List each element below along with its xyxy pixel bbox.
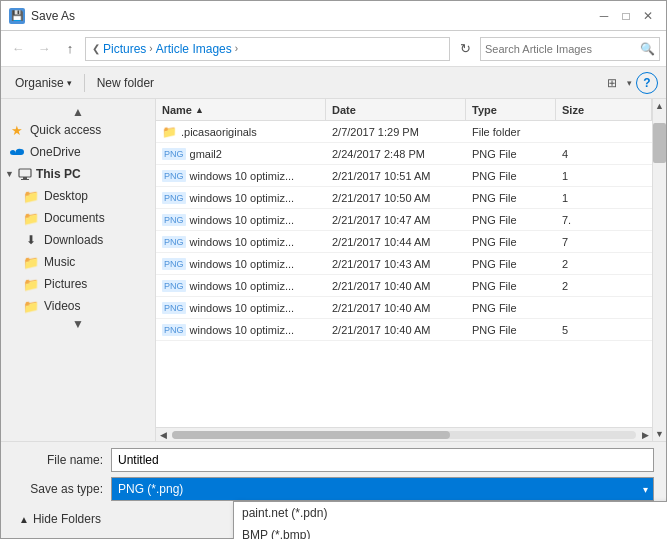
file-size-cell: 2 xyxy=(556,253,652,274)
file-type-cell: PNG File xyxy=(466,165,556,186)
filename-input[interactable] xyxy=(111,448,654,472)
organise-button[interactable]: Organise ▾ xyxy=(9,73,78,93)
search-icon[interactable]: 🔍 xyxy=(640,42,655,56)
forward-button[interactable]: → xyxy=(33,38,55,60)
png-icon: PNG xyxy=(162,192,186,204)
breadcrumb: ❮ Pictures › Article Images › xyxy=(85,37,450,61)
table-row[interactable]: PNG gmail2 2/24/2017 2:48 PM PNG File 4 xyxy=(156,143,652,165)
filetype-value: PNG (*.png) xyxy=(118,482,183,496)
sidebar-item-downloads[interactable]: ⬇ Downloads xyxy=(1,229,155,251)
file-name-cell: PNG windows 10 optimiz... xyxy=(156,253,326,274)
dropdown-item[interactable]: BMP (*.bmp) xyxy=(234,524,667,539)
sidebar-scroll-down[interactable]: ▼ xyxy=(1,317,155,331)
main-content: ▲ ★ Quick access OneDrive ▼ xyxy=(1,99,666,441)
file-name-cell: PNG windows 10 optimiz... xyxy=(156,165,326,186)
vscroll-down[interactable]: ▼ xyxy=(653,427,666,441)
sidebar-scroll-up[interactable]: ▲ xyxy=(1,105,155,119)
quick-access-label: Quick access xyxy=(30,123,101,137)
sidebar-item-music[interactable]: 📁 Music xyxy=(1,251,155,273)
organise-label: Organise xyxy=(15,76,64,90)
png-icon: PNG xyxy=(162,258,186,270)
table-row[interactable]: PNG windows 10 optimiz... 2/21/2017 10:4… xyxy=(156,253,652,275)
address-bar: ← → ↑ ❮ Pictures › Article Images › ↻ 🔍 xyxy=(1,31,666,67)
file-date-cell: 2/21/2017 10:51 AM xyxy=(326,165,466,186)
view-button[interactable]: ⊞ xyxy=(601,72,623,94)
file-type-cell: PNG File xyxy=(466,231,556,252)
sidebar-item-documents[interactable]: 📁 Documents xyxy=(1,207,155,229)
file-name: windows 10 optimiz... xyxy=(190,258,295,270)
table-row[interactable]: PNG windows 10 optimiz... 2/21/2017 10:4… xyxy=(156,275,652,297)
file-date-cell: 2/21/2017 10:50 AM xyxy=(326,187,466,208)
sidebar-item-this-pc[interactable]: ▼ This PC xyxy=(1,163,155,185)
minimize-button[interactable]: ─ xyxy=(594,6,614,26)
new-folder-button[interactable]: New folder xyxy=(91,73,160,93)
file-name: windows 10 optimiz... xyxy=(190,324,295,336)
this-pc-label: This PC xyxy=(36,167,81,181)
png-icon: PNG xyxy=(162,170,186,182)
vscroll-thumb xyxy=(653,123,666,163)
file-size-cell: 4 xyxy=(556,143,652,164)
svg-rect-1 xyxy=(23,177,27,179)
hscroll-right[interactable]: ▶ xyxy=(638,430,652,440)
table-row[interactable]: PNG windows 10 optimiz... 2/21/2017 10:4… xyxy=(156,209,652,231)
close-button[interactable]: ✕ xyxy=(638,6,658,26)
file-name-cell: PNG windows 10 optimiz... xyxy=(156,275,326,296)
sidebar-item-quick-access[interactable]: ★ Quick access xyxy=(1,119,155,141)
col-header-size[interactable]: Size xyxy=(556,99,652,120)
sort-arrow: ▲ xyxy=(195,105,204,115)
table-row[interactable]: PNG windows 10 optimiz... 2/21/2017 10:5… xyxy=(156,187,652,209)
music-icon: 📁 xyxy=(23,254,39,270)
file-size-cell xyxy=(556,121,652,142)
breadcrumb-arrow-left: ❮ xyxy=(92,43,100,54)
col-header-type[interactable]: Type xyxy=(466,99,556,120)
breadcrumb-pictures[interactable]: Pictures xyxy=(103,42,146,56)
table-row[interactable]: PNG windows 10 optimiz... 2/21/2017 10:4… xyxy=(156,231,652,253)
maximize-button[interactable]: □ xyxy=(616,6,636,26)
sidebar-item-desktop[interactable]: 📁 Desktop xyxy=(1,185,155,207)
vscroll-bar: ▲ ▼ xyxy=(652,99,666,441)
up-button[interactable]: ↑ xyxy=(59,38,81,60)
sidebar-item-pictures[interactable]: 📁 Pictures xyxy=(1,273,155,295)
help-button[interactable]: ? xyxy=(636,72,658,94)
table-row[interactable]: PNG windows 10 optimiz... 2/21/2017 10:4… xyxy=(156,319,652,341)
filename-row: File name: xyxy=(13,448,654,472)
search-input[interactable] xyxy=(485,43,637,55)
file-date-cell: 2/21/2017 10:40 AM xyxy=(326,319,466,340)
sidebar-item-onedrive[interactable]: OneDrive xyxy=(1,141,155,163)
hide-folders-button[interactable]: ▲ Hide Folders xyxy=(13,510,107,528)
table-row[interactable]: PNG windows 10 optimiz... 2/21/2017 10:4… xyxy=(156,297,652,319)
file-type-cell: PNG File xyxy=(466,209,556,230)
table-row[interactable]: 📁 .picasaoriginals 2/7/2017 1:29 PM File… xyxy=(156,121,652,143)
title-bar: 💾 Save As ─ □ ✕ xyxy=(1,1,666,31)
col-header-name[interactable]: Name ▲ xyxy=(156,99,326,120)
sidebar: ▲ ★ Quick access OneDrive ▼ xyxy=(1,99,156,441)
file-size-cell: 7. xyxy=(556,209,652,230)
breadcrumb-article-images[interactable]: Article Images xyxy=(156,42,232,56)
file-list-scroll[interactable]: 📁 .picasaoriginals 2/7/2017 1:29 PM File… xyxy=(156,121,652,427)
filetype-select[interactable]: PNG (*.png) xyxy=(111,477,654,501)
file-name-cell: PNG windows 10 optimiz... xyxy=(156,187,326,208)
back-button[interactable]: ← xyxy=(7,38,29,60)
bottom-section: File name: Save as type: PNG (*.png) ▾ p… xyxy=(1,441,666,538)
dropdown-item[interactable]: paint.net (*.pdn) xyxy=(234,502,667,524)
vscroll-track xyxy=(653,113,666,427)
hscroll-left[interactable]: ◀ xyxy=(156,430,170,440)
png-icon: PNG xyxy=(162,236,186,248)
col-name-label: Name xyxy=(162,104,192,116)
chevron-icon: ▲ xyxy=(19,514,29,525)
sidebar-item-videos[interactable]: 📁 Videos xyxy=(1,295,155,317)
filetype-label: Save as type: xyxy=(13,482,103,496)
filename-label: File name: xyxy=(13,453,103,467)
file-name: windows 10 optimiz... xyxy=(190,236,295,248)
col-header-date[interactable]: Date xyxy=(326,99,466,120)
file-size-cell: 1 xyxy=(556,165,652,186)
pc-icon xyxy=(17,166,33,182)
breadcrumb-arrow-right: › xyxy=(235,43,238,54)
table-row[interactable]: PNG windows 10 optimiz... 2/21/2017 10:5… xyxy=(156,165,652,187)
vscroll-up[interactable]: ▲ xyxy=(653,99,666,113)
refresh-button[interactable]: ↻ xyxy=(454,38,476,60)
file-name-cell: PNG windows 10 optimiz... xyxy=(156,319,326,340)
title-bar-left: 💾 Save As xyxy=(9,8,75,24)
new-folder-label: New folder xyxy=(97,76,154,90)
downloads-icon: ⬇ xyxy=(23,232,39,248)
